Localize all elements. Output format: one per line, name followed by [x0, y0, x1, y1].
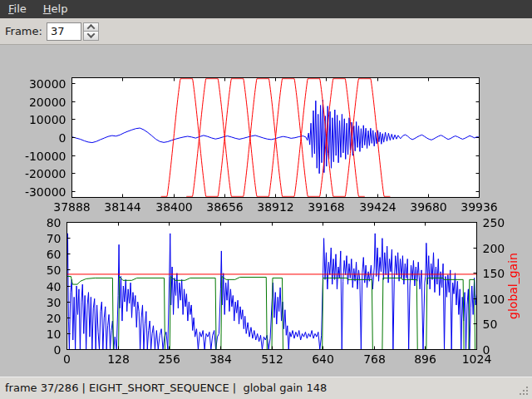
chevron-down-icon: [86, 30, 95, 38]
figure-area: [0, 45, 532, 377]
status-bar: frame 37/286 | EIGHT_SHORT_SEQUENCE | gl…: [0, 377, 532, 399]
spin-buttons: [83, 22, 99, 41]
menu-file[interactable]: File: [0, 0, 35, 18]
status-text: frame 37/286 | EIGHT_SHORT_SEQUENCE | gl…: [0, 377, 532, 399]
spin-down-button[interactable]: [83, 32, 99, 41]
frame-spinbox[interactable]: [47, 22, 99, 41]
frame-input[interactable]: [47, 22, 81, 41]
menu-help-label: elp: [52, 2, 68, 15]
menu-file-label: ile: [14, 2, 27, 15]
menu-help[interactable]: Help: [35, 0, 76, 18]
plots-canvas: [0, 45, 532, 377]
resize-grip[interactable]: [519, 386, 529, 396]
menu-help-hotkey: H: [43, 2, 52, 15]
frame-label: Frame:: [5, 25, 42, 37]
toolbar: Frame:: [0, 18, 532, 45]
menu-bar: File Help: [0, 0, 532, 18]
